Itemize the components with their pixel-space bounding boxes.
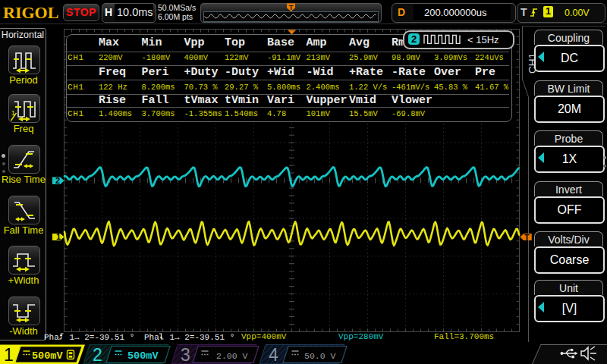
- svg-text:T: T: [289, 3, 294, 11]
- svg-text:3: 3: [181, 345, 190, 364]
- svg-text:T: T: [524, 233, 530, 242]
- svg-text:2.00 V: 2.00 V: [216, 351, 248, 361]
- svg-text:500mV: 500mV: [32, 350, 63, 362]
- svg-text:2: 2: [55, 176, 60, 185]
- svg-text:1: 1: [4, 345, 14, 364]
- svg-text:4: 4: [269, 345, 278, 364]
- svg-text:50.0 V: 50.0 V: [304, 351, 336, 361]
- svg-text:2: 2: [93, 345, 102, 364]
- svg-text:1: 1: [56, 232, 61, 241]
- svg-text:500mV: 500mV: [127, 350, 159, 362]
